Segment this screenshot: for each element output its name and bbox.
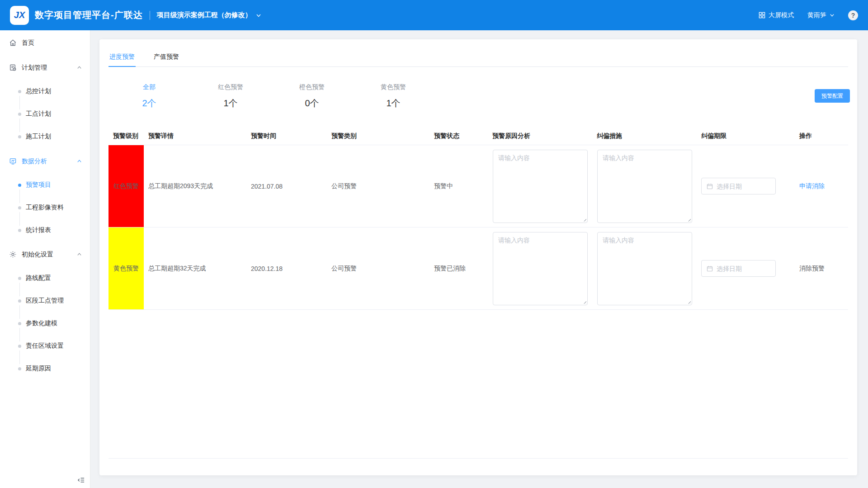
stat-value: 0个 — [271, 97, 353, 109]
sidebar-group-data-analysis[interactable]: 数据分析 — [0, 149, 90, 174]
sidebar-item-section-site-mgmt[interactable]: 区段工点管理 — [0, 289, 90, 312]
project-switcher[interactable]: 项目级演示案例工程（勿修改） — [157, 11, 261, 19]
col-header-category: 预警类别 — [327, 127, 429, 145]
chevron-down-icon — [256, 13, 261, 18]
warning-table: 预警级别 预警详情 预警时间 预警类别 预警状态 预警原因分析 纠偏措施 纠偏期… — [108, 127, 848, 310]
sidebar-item-label: 施工计划 — [26, 133, 51, 141]
action-cell: 申请消除 — [795, 145, 848, 227]
warning-config-button[interactable]: 预警配置 — [815, 89, 850, 103]
col-header-deadline: 纠偏期限 — [697, 127, 795, 145]
calendar-icon — [707, 265, 713, 272]
bullet-dot-icon — [18, 277, 21, 280]
calendar-icon — [707, 183, 713, 190]
sidebar-item-statistics-report[interactable]: 统计报表 — [0, 219, 90, 242]
bullet-dot-icon — [18, 322, 21, 325]
help-button[interactable]: ? — [848, 10, 858, 20]
bullet-dot-icon — [18, 206, 21, 209]
tab-progress-warning[interactable]: 进度预警 — [108, 47, 136, 66]
sidebar-item-parametric-modeling[interactable]: 参数化建模 — [0, 312, 90, 335]
bullet-dot-icon — [18, 345, 21, 348]
table-row: 黄色预警 总工期超期32天完成 2020.12.18 公司预警 预警已消除 — [108, 227, 848, 310]
reason-cell — [488, 145, 592, 227]
project-name: 项目级演示案例工程（勿修改） — [157, 11, 252, 19]
sidebar: 首页 计划管理 总控计划 工点计划 施工计划 — [0, 30, 90, 488]
measure-textarea[interactable] — [597, 232, 692, 305]
warning-detail: 总工期超期2093天完成 — [144, 145, 246, 227]
sidebar-item-label: 总控计划 — [26, 87, 51, 95]
sidebar-item-label: 首页 — [22, 39, 34, 47]
bullet-dot-icon — [18, 113, 21, 116]
user-menu[interactable]: 黄雨笋 — [807, 11, 835, 19]
sidebar-item-warning-projects[interactable]: 预警项目 — [0, 174, 90, 196]
measure-textarea[interactable] — [597, 150, 692, 223]
col-header-detail: 预警详情 — [144, 127, 246, 145]
reason-textarea[interactable] — [493, 232, 588, 305]
bullet-dot-icon — [18, 90, 21, 93]
warning-level-badge: 红色预警 — [108, 145, 144, 227]
stat-value: 2个 — [108, 97, 190, 109]
main-content: 进度预警 产值预警 全部 2个 红色预警 1个 橙色预警 0个 — [90, 30, 868, 488]
sidebar-item-project-imagery[interactable]: 工程影像资料 — [0, 196, 90, 219]
sidebar-item-delay-reason[interactable]: 延期原因 — [0, 357, 90, 380]
sidebar-item-label: 责任区域设置 — [26, 342, 64, 350]
col-header-time: 预警时间 — [246, 127, 327, 145]
sidebar-group-label: 初始化设置 — [22, 251, 53, 259]
table-header-row: 预警级别 预警详情 预警时间 预警类别 预警状态 预警原因分析 纠偏措施 纠偏期… — [108, 127, 848, 145]
sidebar-item-home[interactable]: 首页 — [0, 30, 90, 55]
stat-orange-warning[interactable]: 橙色预警 0个 — [271, 83, 353, 114]
deadline-date-input[interactable] — [717, 183, 770, 190]
stat-red-warning[interactable]: 红色预警 1个 — [190, 83, 271, 114]
warning-status: 预警已消除 — [429, 227, 488, 309]
sidebar-item-label: 参数化建模 — [26, 319, 57, 327]
sidebar-item-label: 工程影像资料 — [26, 204, 64, 212]
col-header-measure: 纠偏措施 — [592, 127, 697, 145]
deadline-date-picker[interactable] — [701, 260, 776, 277]
sidebar-item-responsibility-area[interactable]: 责任区域设置 — [0, 335, 90, 357]
question-mark-icon: ? — [851, 12, 855, 19]
warning-status: 预警中 — [429, 145, 488, 227]
stat-label: 黄色预警 — [353, 83, 434, 91]
data-analysis-icon — [9, 157, 17, 165]
deadline-date-input[interactable] — [717, 265, 770, 272]
stat-label: 橙色预警 — [271, 83, 353, 91]
tab-label: 进度预警 — [109, 53, 135, 61]
warning-time: 2021.07.08 — [246, 145, 327, 227]
stat-all[interactable]: 全部 2个 — [108, 83, 190, 114]
table-row: 红色预警 总工期超期2093天完成 2021.07.08 公司预警 预警中 — [108, 145, 848, 227]
tab-output-warning[interactable]: 产值预警 — [153, 47, 180, 66]
apply-clear-warning-link[interactable]: 申请消除 — [799, 182, 825, 190]
reason-textarea[interactable] — [493, 150, 588, 223]
gear-icon — [9, 251, 17, 258]
chevron-up-icon — [77, 159, 82, 164]
clear-warning-action[interactable]: 消除预警 — [799, 265, 825, 273]
warning-time: 2020.12.18 — [246, 227, 327, 309]
sidebar-group-init-settings[interactable]: 初始化设置 — [0, 242, 90, 267]
measure-cell — [592, 227, 697, 309]
col-header-level: 预警级别 — [108, 127, 144, 145]
deadline-cell — [697, 227, 795, 309]
col-header-status: 预警状态 — [429, 127, 488, 145]
reason-cell — [488, 227, 592, 309]
content-card: 进度预警 产值预警 全部 2个 红色预警 1个 橙色预警 0个 — [99, 39, 857, 475]
sidebar-item-label: 统计报表 — [26, 226, 51, 234]
sidebar-item-site-plan[interactable]: 工点计划 — [0, 103, 90, 125]
chevron-up-icon — [77, 65, 82, 70]
sidebar-collapse-button[interactable] — [77, 476, 85, 484]
sidebar-item-construction-plan[interactable]: 施工计划 — [0, 125, 90, 148]
col-header-action: 操作 — [795, 127, 848, 145]
sidebar-item-label: 路线配置 — [26, 274, 51, 282]
warning-level-badge: 黄色预警 — [108, 227, 144, 309]
home-icon — [9, 39, 17, 47]
screen-mode-button[interactable]: 大屏模式 — [759, 11, 794, 19]
deadline-cell — [697, 145, 795, 227]
sidebar-item-master-plan[interactable]: 总控计划 — [0, 80, 90, 103]
sidebar-group-plan[interactable]: 计划管理 — [0, 55, 90, 80]
chevron-down-icon — [830, 13, 835, 18]
stat-yellow-warning[interactable]: 黄色预警 1个 — [353, 83, 434, 114]
deadline-date-picker[interactable] — [701, 178, 776, 194]
sidebar-item-label: 延期原因 — [26, 365, 51, 373]
header-divider — [150, 11, 150, 20]
sidebar-item-route-config[interactable]: 路线配置 — [0, 267, 90, 289]
warning-category: 公司预警 — [327, 227, 429, 309]
sidebar-group-label: 数据分析 — [22, 157, 47, 166]
